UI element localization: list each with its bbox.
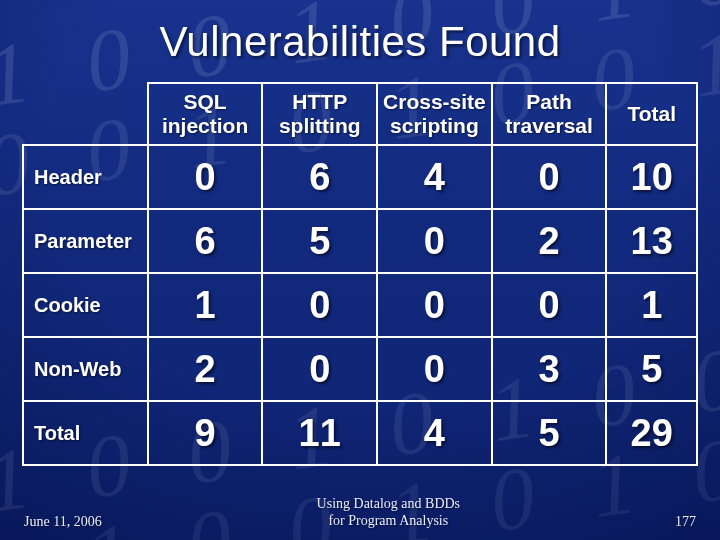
slide-title: Vulnerabilities Found: [28, 18, 692, 66]
cell: 0: [148, 145, 263, 209]
row-label: Parameter: [23, 209, 148, 273]
col-header: Total: [606, 83, 697, 145]
cell: 4: [377, 401, 492, 465]
cell: 29: [606, 401, 697, 465]
table-row: Cookie 1 0 0 0 1: [23, 273, 697, 337]
cell: 10: [606, 145, 697, 209]
cell: 1: [606, 273, 697, 337]
table-corner-blank: [23, 83, 148, 145]
cell: 11: [262, 401, 377, 465]
col-header: SQLinjection: [148, 83, 263, 145]
row-label: Non-Web: [23, 337, 148, 401]
slide: Vulnerabilities Found SQLinjection HTTPs…: [0, 0, 720, 540]
slide-footer: June 11, 2006 Using Datalog and BDDs for…: [0, 496, 720, 530]
cell: 5: [606, 337, 697, 401]
vulnerability-table: SQLinjection HTTPsplitting Cross-sitescr…: [22, 82, 698, 466]
row-label: Total: [23, 401, 148, 465]
cell: 2: [148, 337, 263, 401]
cell: 2: [492, 209, 607, 273]
footer-center-line1: Using Datalog and BDDs: [317, 496, 461, 511]
cell: 9: [148, 401, 263, 465]
cell: 0: [262, 273, 377, 337]
footer-date: June 11, 2006: [24, 514, 102, 530]
col-header: Pathtraversal: [492, 83, 607, 145]
footer-page-number: 177: [675, 514, 696, 530]
cell: 5: [492, 401, 607, 465]
table-header-row: SQLinjection HTTPsplitting Cross-sitescr…: [23, 83, 697, 145]
col-header: HTTPsplitting: [262, 83, 377, 145]
cell: 0: [492, 145, 607, 209]
cell: 1: [148, 273, 263, 337]
table-row: Non-Web 2 0 0 3 5: [23, 337, 697, 401]
table-row-total: Total 9 11 4 5 29: [23, 401, 697, 465]
row-label: Header: [23, 145, 148, 209]
footer-center: Using Datalog and BDDs for Program Analy…: [317, 496, 461, 530]
cell: 0: [492, 273, 607, 337]
cell: 5: [262, 209, 377, 273]
table-row: Header 0 6 4 0 10: [23, 145, 697, 209]
cell: 3: [492, 337, 607, 401]
cell: 6: [262, 145, 377, 209]
cell: 0: [377, 209, 492, 273]
col-header: Cross-sitescripting: [377, 83, 492, 145]
cell: 0: [377, 337, 492, 401]
cell: 0: [262, 337, 377, 401]
cell: 13: [606, 209, 697, 273]
cell: 0: [377, 273, 492, 337]
footer-center-line2: for Program Analysis: [328, 513, 448, 528]
table-row: Parameter 6 5 0 2 13: [23, 209, 697, 273]
cell: 6: [148, 209, 263, 273]
cell: 4: [377, 145, 492, 209]
row-label: Cookie: [23, 273, 148, 337]
